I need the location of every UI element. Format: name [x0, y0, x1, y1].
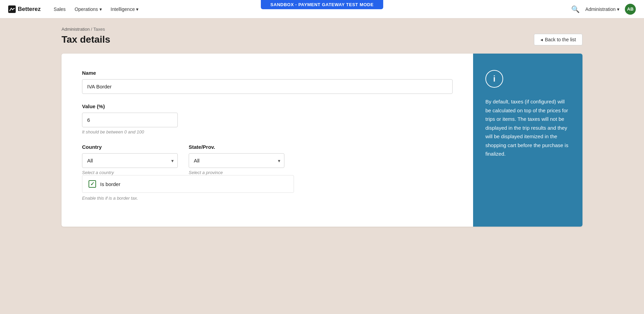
state-select-wrapper: All — [189, 153, 284, 168]
avatar[interactable]: AB — [625, 4, 636, 15]
breadcrumb-separator: / — [91, 27, 93, 32]
administration-menu[interactable]: Administration — [585, 6, 619, 12]
content-area: Name Value (%) It should be between 0 an… — [62, 54, 582, 227]
is-border-checkbox[interactable]: ✓ — [89, 180, 96, 188]
breadcrumb: Administration / Taxes — [62, 27, 582, 32]
page-title: Tax details — [62, 34, 110, 45]
name-group: Name — [82, 70, 453, 94]
value-label: Value (%) — [82, 103, 453, 109]
info-panel: i By default, taxes (if configured) will… — [473, 54, 582, 227]
country-hint: Select a country — [82, 170, 178, 175]
country-state-row: Country All Select a country State/Prov.… — [82, 144, 453, 175]
is-border-group: ✓ Is border Enable this if is a border t… — [82, 175, 453, 201]
checkmark-icon: ✓ — [90, 181, 95, 187]
chevron-down-icon — [99, 6, 102, 12]
back-to-list-button[interactable]: Back to the list — [534, 34, 582, 45]
country-select-wrapper: All — [82, 153, 178, 168]
state-hint: Select a province — [189, 170, 284, 175]
value-input[interactable] — [82, 113, 178, 127]
nav-operations[interactable]: Operations — [71, 4, 105, 14]
page-header: Tax details Back to the list — [62, 34, 582, 45]
state-label: State/Prov. — [189, 144, 284, 150]
info-icon: i — [485, 70, 503, 88]
state-group: State/Prov. All Select a province — [189, 144, 284, 175]
sandbox-banner: SANDBOX - PAYMENT GATEWAY TEST MODE — [261, 0, 383, 9]
breadcrumb-administration[interactable]: Administration — [62, 27, 90, 32]
is-border-checkbox-container: ✓ Is border — [82, 175, 294, 193]
search-icon[interactable]: 🔍 — [571, 5, 580, 13]
country-group: Country All Select a country — [82, 144, 178, 175]
value-group: Value (%) It should be between 0 and 100 — [82, 103, 453, 134]
nav-right: 🔍 Administration AB — [571, 4, 636, 15]
info-text: By default, taxes (if configured) will b… — [485, 97, 570, 158]
logo-text: Betterez — [18, 6, 41, 13]
form-panel: Name Value (%) It should be between 0 an… — [62, 54, 473, 227]
name-label: Name — [82, 70, 453, 76]
logo-icon — [8, 5, 16, 13]
value-hint: It should be between 0 and 100 — [82, 129, 453, 134]
nav-sales[interactable]: Sales — [50, 4, 69, 14]
chevron-left-icon — [540, 37, 543, 42]
page-container: Administration / Taxes Tax details Back … — [0, 18, 644, 240]
chevron-down-icon — [617, 6, 619, 12]
nav-intelligence[interactable]: Intelligence — [107, 4, 142, 14]
country-select[interactable]: All — [82, 153, 178, 168]
logo[interactable]: Betterez — [8, 5, 41, 13]
is-border-label: Is border — [100, 181, 120, 187]
is-border-hint: Enable this if is a border tax. — [82, 196, 453, 201]
country-label: Country — [82, 144, 178, 150]
name-input[interactable] — [82, 79, 453, 94]
chevron-down-icon — [136, 6, 138, 12]
breadcrumb-taxes: Taxes — [93, 27, 105, 32]
state-select[interactable]: All — [189, 153, 284, 168]
